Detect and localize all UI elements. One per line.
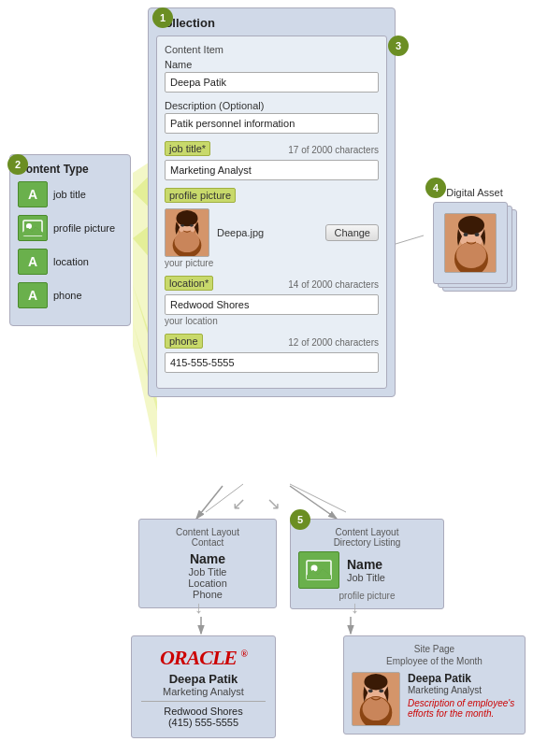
digital-asset-card-front [433, 202, 508, 284]
arrow-contact-down: ↓ [194, 598, 203, 618]
collection-title: Collection [156, 16, 387, 30]
layout-contact-phone: Phone [147, 589, 268, 600]
phone-input[interactable] [165, 352, 379, 373]
content-item-box: Content Item Name Description (Optional)… [156, 36, 387, 389]
site-page-title: Site Page [352, 644, 517, 654]
location-input[interactable] [165, 294, 379, 315]
oracle-location: Redwood Shores [141, 706, 266, 717]
content-layout-directory: Content Layout Directory Listing Name Jo… [290, 519, 444, 609]
job-title-char-count: 17 of 2000 characters [288, 145, 379, 155]
desc-label: Description (Optional) [165, 100, 379, 111]
oracle-logo: ORACLE ® [141, 646, 266, 670]
collection-box: Collection Content Item Name Description… [148, 7, 396, 397]
svg-point-38 [368, 689, 373, 692]
layout-directory-title: Content Layout [298, 527, 436, 537]
badge-1: 1 [152, 7, 173, 28]
ct-item-location: A location [18, 249, 122, 275]
name-field-group: Name [165, 59, 379, 93]
content-layout-contact: Content Layout Contact Name Job Title Lo… [138, 519, 277, 608]
location-field-group: location* 14 of 2000 characters your loc… [165, 276, 379, 326]
layout-directory-img-icon [298, 551, 339, 589]
arrow-collection-down-left: ↙ [232, 493, 246, 514]
profile-pic-filename: Deepa.jpg [217, 227, 318, 238]
phone-char-count: 12 of 2000 characters [288, 337, 379, 348]
arrow-directory-down: ↓ [351, 598, 359, 618]
ct-label-phone: phone [53, 290, 82, 301]
job-title-label: job title* [165, 141, 210, 156]
layout-contact-subtitle: Contact [147, 537, 268, 548]
oracle-card: ORACLE ® Deepa Patik Marketing Analyst R… [131, 635, 276, 738]
ct-item-job-title: A job title [18, 181, 122, 207]
site-page-photo [352, 672, 400, 726]
change-button[interactable]: Change [325, 224, 379, 241]
phone-field-group: phone 12 of 2000 characters [165, 334, 379, 373]
layout-directory-text: Name Job Title [347, 557, 385, 583]
site-page-description: Description of employee's efforts for th… [408, 698, 517, 719]
svg-point-30 [474, 233, 479, 236]
ct-label-profile-picture: profile picture [53, 222, 115, 234]
ct-icon-text-location: A [18, 249, 48, 275]
job-title-field-group: job title* 17 of 2000 characters [165, 141, 379, 180]
digital-asset-photo [444, 213, 497, 273]
layout-directory-name: Name [347, 557, 385, 572]
digital-asset-section: Digital Asset [425, 187, 524, 295]
job-title-input[interactable] [165, 160, 379, 180]
svg-point-19 [177, 210, 198, 226]
site-page-card: Site Page Employee of the Month De [343, 635, 526, 735]
ct-icon-img-profile [18, 215, 48, 241]
profile-pic-row: Deepa.jpg Change [165, 208, 379, 257]
svg-point-21 [190, 224, 194, 227]
ct-label-location: location [53, 256, 89, 267]
oracle-divider [141, 701, 266, 702]
ct-label-job-title: job title [53, 189, 86, 200]
layout-contact-location: Location [147, 578, 268, 589]
arrow-collection-down-right: ↘ [266, 493, 281, 514]
site-page-person-name: Deepa Patik [408, 672, 517, 685]
site-page-subtitle: Employee of the Month [352, 656, 517, 666]
name-input[interactable] [165, 72, 379, 93]
badge-5: 5 [290, 509, 310, 530]
phone-label: phone [165, 334, 203, 349]
layout-directory-subtitle: Directory Listing [298, 537, 436, 548]
ct-icon-text-job: A [18, 181, 48, 207]
svg-point-18 [175, 231, 200, 252]
location-label: location* [165, 276, 213, 291]
site-page-content: Deepa Patik Marketing Analyst Descriptio… [352, 672, 517, 726]
svg-point-39 [379, 689, 383, 692]
ct-icon-text-phone: A [18, 282, 48, 308]
location-char-count: 14 of 2000 characters [288, 279, 379, 290]
profile-pic-label: profile picture [165, 188, 236, 203]
svg-point-23 [26, 223, 32, 229]
layout-directory-row: Name Job Title [298, 551, 436, 589]
your-location-hint: your location [165, 316, 379, 326]
svg-point-27 [456, 242, 486, 268]
layout-contact-name: Name [147, 551, 268, 566]
site-page-info: Deepa Patik Marketing Analyst Descriptio… [408, 672, 517, 719]
layout-contact-title: Content Layout [147, 527, 268, 537]
svg-point-37 [365, 674, 388, 690]
your-picture-hint: your picture [165, 258, 379, 268]
svg-point-20 [180, 224, 184, 227]
svg-line-7 [196, 486, 223, 519]
svg-point-36 [363, 697, 390, 720]
layout-contact-job: Job Title [147, 566, 268, 578]
desc-input[interactable] [165, 113, 379, 134]
layout-directory-job: Job Title [347, 572, 385, 583]
site-page-job-title: Marketing Analyst [408, 685, 517, 695]
content-type-title: Content Type [18, 163, 122, 176]
name-label: Name [165, 59, 379, 70]
profile-pic-field-group: profile picture [165, 188, 379, 268]
svg-point-32 [311, 565, 318, 572]
layout-directory-pic-label: profile picture [298, 591, 436, 601]
profile-pic-thumb [165, 208, 209, 257]
badge-3: 3 [388, 36, 409, 56]
content-item-label: Content Item [165, 44, 379, 55]
badge-4: 4 [425, 178, 446, 198]
badge-2: 2 [7, 154, 28, 175]
svg-line-10 [290, 484, 346, 512]
oracle-phone: (415) 555-5555 [141, 717, 266, 728]
content-type-box: Content Type A job title profile picture… [9, 154, 131, 326]
oracle-job-title: Marketing Analyst [141, 686, 266, 697]
oracle-name: Deepa Patik [141, 672, 266, 686]
svg-point-29 [463, 233, 468, 236]
